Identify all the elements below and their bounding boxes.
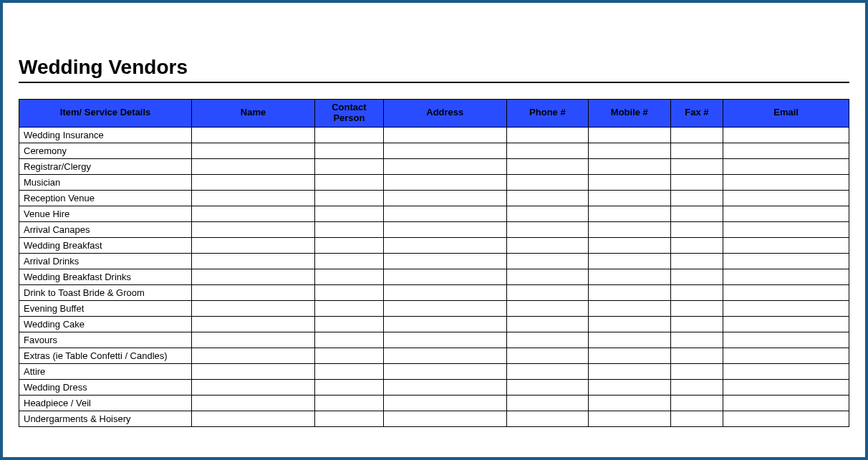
cell-item[interactable]: Venue Hire bbox=[19, 206, 192, 221]
cell-item[interactable]: Arrival Drinks bbox=[19, 253, 192, 269]
cell-contact[interactable] bbox=[314, 316, 383, 332]
cell-email[interactable] bbox=[723, 190, 849, 206]
cell-name[interactable] bbox=[192, 284, 315, 300]
cell-contact[interactable] bbox=[314, 284, 383, 300]
cell-fax[interactable] bbox=[670, 158, 723, 174]
cell-item[interactable]: Headpiece / Veil bbox=[19, 395, 192, 411]
cell-name[interactable] bbox=[192, 174, 315, 190]
cell-name[interactable] bbox=[192, 237, 315, 253]
cell-fax[interactable] bbox=[670, 395, 723, 411]
cell-name[interactable] bbox=[192, 206, 315, 221]
cell-item[interactable]: Ceremony bbox=[19, 143, 192, 158]
cell-mobile[interactable] bbox=[589, 174, 670, 190]
cell-mobile[interactable] bbox=[589, 332, 670, 348]
cell-email[interactable] bbox=[723, 284, 849, 300]
cell-address[interactable] bbox=[383, 158, 506, 174]
cell-address[interactable] bbox=[383, 363, 506, 379]
cell-fax[interactable] bbox=[670, 174, 723, 190]
cell-email[interactable] bbox=[723, 206, 849, 221]
cell-name[interactable] bbox=[192, 332, 315, 348]
cell-phone[interactable] bbox=[506, 158, 588, 174]
cell-address[interactable] bbox=[383, 379, 506, 395]
cell-email[interactable] bbox=[723, 379, 849, 395]
cell-mobile[interactable] bbox=[589, 143, 670, 158]
cell-name[interactable] bbox=[192, 363, 315, 379]
cell-address[interactable] bbox=[383, 300, 506, 316]
cell-mobile[interactable] bbox=[589, 237, 670, 253]
cell-name[interactable] bbox=[192, 127, 315, 143]
cell-mobile[interactable] bbox=[589, 284, 670, 300]
cell-contact[interactable] bbox=[314, 253, 383, 269]
cell-mobile[interactable] bbox=[589, 221, 670, 237]
cell-contact[interactable] bbox=[314, 174, 383, 190]
cell-email[interactable] bbox=[723, 158, 849, 174]
cell-fax[interactable] bbox=[670, 206, 723, 221]
cell-mobile[interactable] bbox=[589, 190, 670, 206]
cell-item[interactable]: Reception Venue bbox=[19, 190, 192, 206]
cell-phone[interactable] bbox=[506, 395, 588, 411]
cell-item[interactable]: Favours bbox=[19, 332, 192, 348]
cell-contact[interactable] bbox=[314, 158, 383, 174]
cell-fax[interactable] bbox=[670, 284, 723, 300]
cell-email[interactable] bbox=[723, 411, 849, 426]
cell-fax[interactable] bbox=[670, 143, 723, 158]
cell-contact[interactable] bbox=[314, 411, 383, 426]
cell-item[interactable]: Wedding Breakfast bbox=[19, 237, 192, 253]
cell-mobile[interactable] bbox=[589, 253, 670, 269]
cell-address[interactable] bbox=[383, 190, 506, 206]
cell-email[interactable] bbox=[723, 300, 849, 316]
cell-item[interactable]: Drink to Toast Bride & Groom bbox=[19, 284, 192, 300]
cell-fax[interactable] bbox=[670, 237, 723, 253]
cell-name[interactable] bbox=[192, 316, 315, 332]
cell-item[interactable]: Undergarments & Hoisery bbox=[19, 411, 192, 426]
cell-item[interactable]: Evening Buffet bbox=[19, 300, 192, 316]
cell-phone[interactable] bbox=[506, 127, 588, 143]
cell-email[interactable] bbox=[723, 348, 849, 363]
cell-phone[interactable] bbox=[506, 379, 588, 395]
cell-phone[interactable] bbox=[506, 411, 588, 426]
cell-email[interactable] bbox=[723, 174, 849, 190]
cell-address[interactable] bbox=[383, 332, 506, 348]
cell-address[interactable] bbox=[383, 253, 506, 269]
cell-contact[interactable] bbox=[314, 363, 383, 379]
cell-name[interactable] bbox=[192, 158, 315, 174]
cell-fax[interactable] bbox=[670, 316, 723, 332]
cell-address[interactable] bbox=[383, 221, 506, 237]
cell-contact[interactable] bbox=[314, 237, 383, 253]
cell-fax[interactable] bbox=[670, 253, 723, 269]
cell-name[interactable] bbox=[192, 221, 315, 237]
cell-phone[interactable] bbox=[506, 300, 588, 316]
cell-item[interactable]: Wedding Breakfast Drinks bbox=[19, 269, 192, 284]
cell-mobile[interactable] bbox=[589, 269, 670, 284]
cell-fax[interactable] bbox=[670, 379, 723, 395]
cell-address[interactable] bbox=[383, 206, 506, 221]
cell-fax[interactable] bbox=[670, 348, 723, 363]
cell-contact[interactable] bbox=[314, 143, 383, 158]
cell-email[interactable] bbox=[723, 143, 849, 158]
cell-fax[interactable] bbox=[670, 221, 723, 237]
cell-mobile[interactable] bbox=[589, 316, 670, 332]
cell-email[interactable] bbox=[723, 332, 849, 348]
cell-contact[interactable] bbox=[314, 206, 383, 221]
cell-fax[interactable] bbox=[670, 363, 723, 379]
cell-mobile[interactable] bbox=[589, 206, 670, 221]
cell-email[interactable] bbox=[723, 127, 849, 143]
cell-address[interactable] bbox=[383, 269, 506, 284]
cell-name[interactable] bbox=[192, 395, 315, 411]
cell-contact[interactable] bbox=[314, 395, 383, 411]
cell-name[interactable] bbox=[192, 190, 315, 206]
cell-mobile[interactable] bbox=[589, 127, 670, 143]
cell-item[interactable]: Wedding Cake bbox=[19, 316, 192, 332]
cell-mobile[interactable] bbox=[589, 411, 670, 426]
cell-contact[interactable] bbox=[314, 300, 383, 316]
cell-fax[interactable] bbox=[670, 127, 723, 143]
cell-address[interactable] bbox=[383, 237, 506, 253]
cell-item[interactable]: Registrar/Clergy bbox=[19, 158, 192, 174]
cell-email[interactable] bbox=[723, 221, 849, 237]
cell-item[interactable]: Arrival Canapes bbox=[19, 221, 192, 237]
cell-phone[interactable] bbox=[506, 174, 588, 190]
cell-contact[interactable] bbox=[314, 348, 383, 363]
cell-name[interactable] bbox=[192, 269, 315, 284]
cell-mobile[interactable] bbox=[589, 348, 670, 363]
cell-item[interactable]: Attire bbox=[19, 363, 192, 379]
